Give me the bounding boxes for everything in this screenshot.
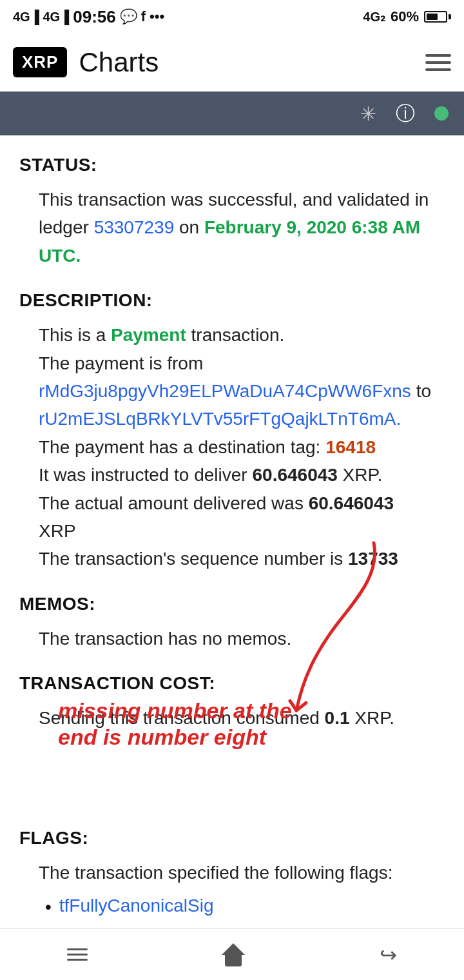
memos-body: The transaction has no memos. [19,625,445,652]
home-roof-icon [222,943,245,955]
app-title: Charts [79,47,159,78]
flag-link[interactable]: tfFullyCanonicalSig [59,892,214,919]
actual-currency-line: XRP [39,517,445,545]
time-display: 09:56 [73,7,116,27]
home-body-icon [225,955,242,966]
nav-home-button[interactable] [222,943,245,966]
nav-menu-button[interactable] [67,948,88,961]
description-body: This is a Payment transaction. The payme… [19,321,445,573]
header-left: XRP Charts [13,47,159,78]
main-content: STATUS: This transaction was successful,… [0,135,464,980]
connection-status-dot [434,106,449,121]
description-label: DESCRIPTION: [19,290,445,311]
actual-line: The actual amount delivered was 60.64604… [39,489,445,517]
nav-back-button[interactable]: ↩ [380,943,397,967]
hamburger-menu-button[interactable] [425,54,451,71]
network-icon: 4G₂ [363,9,385,24]
transaction-type: Payment [111,325,186,345]
memos-label: MEMOS: [19,594,445,614]
status-left: 4G▐ 4G▐ 09:56 💬 f ••• [13,7,164,27]
facebook-icon: f [141,8,146,25]
transaction-cost-label: TRANSACTION COST: [19,673,445,694]
message-icon: 💬 [120,8,137,25]
cost-value: 0.1 [325,708,350,728]
memos-text: The transaction has no memos. [39,629,291,649]
cost-pre: Sending this transaction consumed [39,708,325,728]
to-address-line: rU2mEJSLqBRkYLVTv55rFTgQajkLTnT6mA. [39,405,445,433]
from-address-link[interactable]: rMdG3ju8pgyVh29ELPWaDuA74CpWW6Fxns [39,381,411,401]
status-bar: 4G▐ 4G▐ 09:56 💬 f ••• 4G₂ 60% [0,0,464,34]
toolbar: ✳ ⓘ [0,92,464,135]
dest-tag-value: 16418 [325,437,376,457]
cost-post: XRP. [350,708,395,728]
transaction-cost-body: Sending this transaction consumed 0.1 XR… [19,704,445,807]
flags-body: The transaction specified the following … [19,859,445,921]
battery-icon [424,11,451,23]
bottom-nav: ↩ [0,928,464,980]
nav-hamburger-icon [67,948,88,961]
desc-pre: This is a [39,325,111,345]
flag-item: • tfFullyCanonicalSig [45,892,445,921]
from-address-line: rMdG3ju8pgyVh29ELPWaDuA74CpWW6Fxns to [39,377,445,405]
back-arrow-icon: ↩ [380,943,397,967]
deliver-currency: XRP. [338,465,383,485]
seq-pre: The transaction's sequence number is [39,549,348,569]
to-word: to [416,381,431,401]
transaction-cost-text: Sending this transaction consumed 0.1 XR… [39,704,445,732]
battery-percent: 60% [391,8,419,25]
deliver-line: It was instructed to deliver 60.646043 X… [39,461,445,489]
status-body: This transaction was successful, and val… [19,186,445,270]
status-text-mid: on [174,217,204,237]
ledger-number-link[interactable]: 53307239 [94,217,175,237]
brightness-icon[interactable]: ✳ [360,103,376,125]
deliver-amount: 60.646043 [252,465,337,485]
ellipsis-icon: ••• [150,8,164,25]
status-label: STATUS: [19,155,445,175]
seq-number: 13733 [348,549,398,569]
flags-label: FLAGS: [19,828,445,848]
dest-tag-line: The payment has a destination tag: 16418 [39,433,445,461]
xrp-logo: XRP [13,47,67,77]
flags-list: • tfFullyCanonicalSig [39,892,445,921]
app-header: XRP Charts [0,34,464,92]
seq-line: The transaction's sequence number is 137… [39,545,445,573]
status-right: 4G₂ 60% [363,8,451,25]
deliver-pre: It was instructed to deliver [39,465,252,485]
info-icon[interactable]: ⓘ [396,101,415,127]
flags-text: The transaction specified the following … [39,859,445,887]
to-address-link[interactable]: rU2mEJSLqBRkYLVTv55rFTgQajkLTnT6mA. [39,409,401,429]
actual-amount: 60.646043 [309,493,394,513]
description-line2: The payment is from [39,349,445,377]
actual-pre: The actual amount delivered was [39,493,309,513]
signal-icon: 4G▐ 4G▐ [13,10,69,24]
description-line1: This is a Payment transaction. [39,321,445,349]
dest-tag-pre: The payment has a destination tag: [39,437,325,457]
bullet-dot: • [45,893,52,921]
desc-post: transaction. [186,325,285,345]
